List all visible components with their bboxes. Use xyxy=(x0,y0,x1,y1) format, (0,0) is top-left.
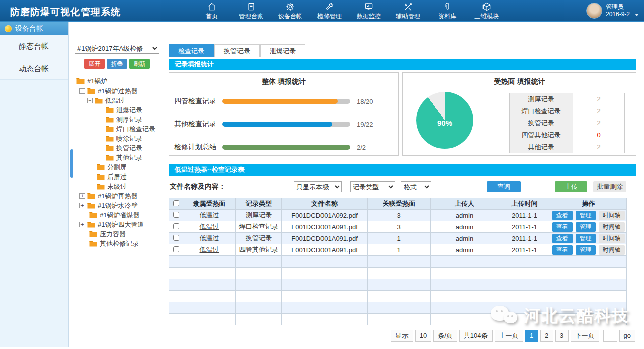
row-checkbox[interactable] xyxy=(173,246,179,252)
user-menu[interactable]: 管理员 2016-9-2 xyxy=(586,3,630,19)
view-button[interactable]: 查看 xyxy=(552,245,573,255)
goto-page-input[interactable] xyxy=(603,330,617,342)
surface-link[interactable]: 低温过 xyxy=(200,211,219,219)
nav-item-maintenance[interactable]: 检修管理 xyxy=(310,0,349,22)
nav-item-home[interactable]: 首页 xyxy=(192,0,231,22)
expand-toggle-icon[interactable] xyxy=(79,222,85,227)
row-checkbox[interactable] xyxy=(173,235,179,241)
format-select[interactable]: 格式 xyxy=(401,181,431,192)
empty-table-row xyxy=(169,279,627,291)
manage-button[interactable]: 管理 xyxy=(576,211,596,220)
tree-item[interactable]: 其他记录 xyxy=(69,153,166,162)
tree-item[interactable]: 后屏过 xyxy=(69,172,166,182)
collapse-all-button[interactable]: 折叠 xyxy=(107,59,127,69)
tree-item[interactable]: #1锅炉过热器 xyxy=(69,86,166,96)
tab-explosion-records[interactable]: 泄爆记录 xyxy=(260,44,305,57)
expand-toggle-icon[interactable] xyxy=(79,193,85,199)
sidebar-item-dynamic-ledger[interactable]: 动态台帐 xyxy=(0,57,68,80)
nav-item-library[interactable]: 资料库 xyxy=(428,0,467,22)
tree-item[interactable]: 喷涂记录 xyxy=(69,134,166,143)
nav-label: 辅助管理 xyxy=(396,12,420,21)
manage-button[interactable]: 管理 xyxy=(576,245,596,255)
record-type-select[interactable]: 记录类型 xyxy=(350,181,395,192)
tree-item[interactable]: 末级过 xyxy=(69,182,166,191)
cube-icon xyxy=(481,2,492,12)
nav-item-auxiliary[interactable]: 辅助管理 xyxy=(388,0,428,22)
batch-delete-button[interactable]: 批量删除 xyxy=(593,181,626,192)
nav-item-3d-module[interactable]: 三维模块 xyxy=(467,0,506,22)
folder-icon xyxy=(87,202,95,209)
folder-icon xyxy=(87,88,95,94)
timeline-button[interactable]: 时间轴 xyxy=(599,245,625,255)
tree-item[interactable]: 低温过 xyxy=(69,96,166,105)
table-header-row: 隶属受热面 记录类型 文件名称 关联受热面 上传人 上传时间 操作 xyxy=(169,198,627,210)
select-all-checkbox[interactable] xyxy=(173,200,179,206)
page-number-3[interactable]: 3 xyxy=(555,330,569,342)
row-checkbox[interactable] xyxy=(173,223,179,229)
tree-item[interactable]: 其他检修记录 xyxy=(69,239,166,248)
next-page-button[interactable]: 下一页 xyxy=(571,330,599,342)
timeline-button[interactable]: 时间轴 xyxy=(599,211,625,220)
nav-label: 首页 xyxy=(206,12,218,21)
refresh-button[interactable]: 刷新 xyxy=(129,59,150,69)
progress-value: 19/22 xyxy=(357,121,373,128)
prev-page-button[interactable]: 上一页 xyxy=(495,330,523,342)
table-row: 其他记录2 xyxy=(510,141,625,153)
chevron-down-icon[interactable] xyxy=(635,14,639,16)
sidebar-item-equipment-ledger[interactable]: 设备台帐 xyxy=(0,22,68,35)
timeline-button[interactable]: 时间轴 xyxy=(599,222,625,232)
expand-toggle-icon[interactable] xyxy=(79,203,85,208)
overall-stats-panel: 整体 填报统计 四管检查记录 18/20 其他检查记录 19/22 检 xyxy=(169,72,399,156)
surface-stats-table: 测厚记录2 焊口检查记录2 换管记录2 四管其他记录0 其他记录2 xyxy=(509,93,625,153)
tree-item[interactable]: #1锅炉水冷壁 xyxy=(69,201,166,210)
main-content: 检查记录 换管记录 泄爆记录 记录填报统计 整体 填报统计 四管检查记录 18/… xyxy=(166,22,644,347)
manage-button[interactable]: 管理 xyxy=(576,234,596,243)
overall-stats-title: 整体 填报统计 xyxy=(169,77,398,86)
collapse-toggle-icon[interactable] xyxy=(79,88,85,94)
tree-item[interactable]: 焊口检查记录 xyxy=(69,124,166,134)
expand-all-button[interactable]: 展开 xyxy=(84,59,105,69)
nav-item-data-monitor[interactable]: 数据监控 xyxy=(349,0,388,22)
tree-item[interactable]: #1锅炉再热器 xyxy=(69,191,166,201)
tree-item[interactable]: #1锅炉 xyxy=(69,76,166,86)
view-button[interactable]: 查看 xyxy=(552,211,573,220)
go-button[interactable]: go xyxy=(619,330,635,342)
table-row: 低温过 测厚记录 F001DCD001A092.pdf 3 admin 2011… xyxy=(169,210,627,221)
tree-item[interactable]: 压力容器 xyxy=(69,229,166,239)
page-size-value[interactable]: 10 xyxy=(415,330,431,342)
folder-icon xyxy=(87,193,95,199)
col-header: 上传时间 xyxy=(499,198,550,210)
view-button[interactable]: 查看 xyxy=(552,234,573,243)
sun-icon xyxy=(5,25,12,32)
gear-icon xyxy=(285,2,295,12)
collapse-toggle-icon[interactable] xyxy=(87,98,93,103)
tree-scrollbar-thumb[interactable] xyxy=(70,149,73,178)
nav-item-management-ledger[interactable]: 管理台账 xyxy=(231,0,271,22)
surface-link[interactable]: 低温过 xyxy=(200,223,219,230)
tree-item[interactable]: 换管记录 xyxy=(69,143,166,153)
page-number-1[interactable]: 1 xyxy=(525,330,538,342)
surface-link[interactable]: 低温过 xyxy=(200,246,219,253)
nav-label: 管理台账 xyxy=(239,12,263,21)
timeline-button[interactable]: 时间轴 xyxy=(599,234,625,243)
view-button[interactable]: 查看 xyxy=(552,222,573,232)
tab-tube-replacement-records[interactable]: 换管记录 xyxy=(214,44,260,57)
tree-item[interactable]: 分割屏 xyxy=(69,162,166,172)
page-number-2[interactable]: 2 xyxy=(540,330,553,342)
tree-item[interactable]: #1锅炉四大管道 xyxy=(69,220,166,229)
tree-item[interactable]: 泄爆记录 xyxy=(69,105,166,115)
nav-item-equipment-ledger[interactable]: 设备台帐 xyxy=(271,0,310,22)
surface-link[interactable]: 低温过 xyxy=(200,234,219,242)
tree-item[interactable]: 测厚记录 xyxy=(69,115,166,124)
col-header: 关联受热面 xyxy=(368,198,431,210)
overhaul-select[interactable]: #1锅炉2017年A级检修 xyxy=(75,43,159,54)
tree-item[interactable]: #1锅炉省煤器 xyxy=(69,210,166,220)
manage-button[interactable]: 管理 xyxy=(576,222,596,232)
search-button[interactable]: 查询 xyxy=(487,181,521,192)
file-search-input[interactable] xyxy=(230,182,286,192)
row-checkbox[interactable] xyxy=(173,212,179,218)
level-select[interactable]: 只显示本级 xyxy=(294,181,342,192)
tab-inspection-records[interactable]: 检查记录 xyxy=(169,44,214,57)
sidebar-item-static-ledger[interactable]: 静态台帐 xyxy=(0,35,68,57)
upload-button[interactable]: 上传 xyxy=(555,181,587,192)
